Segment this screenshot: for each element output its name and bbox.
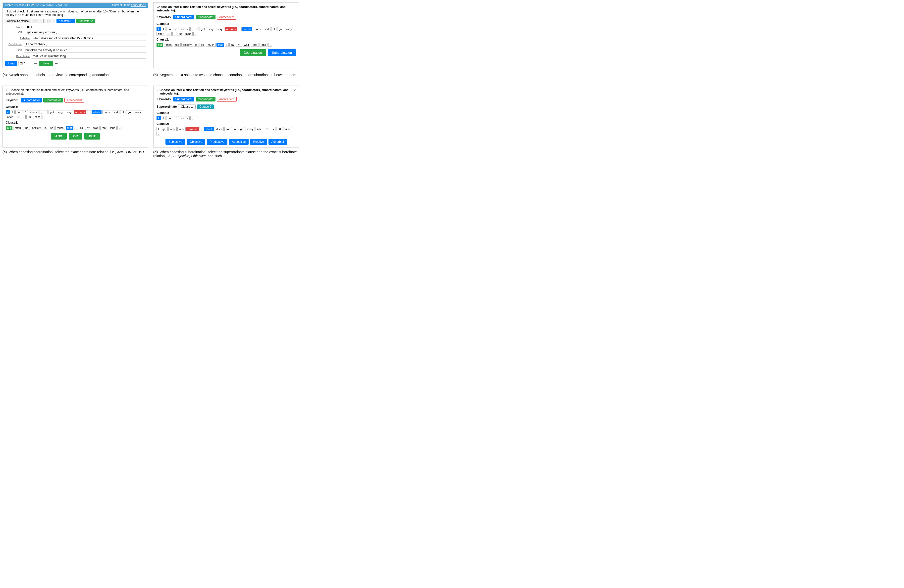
token-i-b1[interactable]: I (162, 27, 166, 31)
adverbial-button[interactable]: Adverbial (269, 139, 287, 145)
and-button[interactable]: AND (51, 133, 67, 140)
save-button[interactable]: Save (39, 61, 53, 66)
token-that-b[interactable]: that (217, 43, 224, 47)
token-often-c[interactable]: often (13, 126, 22, 130)
token-comma-c3[interactable]: , (43, 115, 46, 119)
coordinator-btn-d[interactable]: Coordinator (196, 97, 215, 101)
token-30-d[interactable]: 30 (276, 127, 282, 131)
token-period-c[interactable]: . (117, 126, 121, 130)
token-30-b[interactable]: 30 (177, 32, 183, 36)
token-anxious-c[interactable]: anxious (74, 110, 86, 114)
token-15-d[interactable]: 15 (265, 127, 271, 131)
token-much-b[interactable]: much (206, 43, 216, 47)
token-check-c[interactable]: check (28, 110, 39, 114)
token-ca-b[interactable]: ca (229, 43, 235, 47)
coordinator-btn-c[interactable]: Coordinator (43, 98, 63, 102)
antecedent-btn-b[interactable]: Antecedent (217, 15, 237, 20)
token-very1-d[interactable]: very (169, 127, 177, 131)
token-dash-c[interactable]: - (22, 115, 25, 119)
token-dash-d[interactable]: - (272, 127, 276, 131)
token-so-c[interactable]: so (49, 126, 55, 130)
token-comma-d3[interactable]: , (156, 132, 160, 136)
token-comma-c2[interactable]: , (87, 110, 91, 114)
antecedent-btn-c[interactable]: Antecedent (65, 98, 84, 103)
subordinator-btn-d[interactable]: Subordinator (173, 97, 194, 101)
tree-input-op2[interactable] (24, 48, 146, 53)
token-mins-b[interactable]: mins (184, 32, 193, 36)
token-comma-d[interactable]: , (190, 116, 194, 120)
token-get-b[interactable]: get (199, 27, 206, 31)
token-nt-c1[interactable]: n't (22, 110, 28, 114)
token-wait-c[interactable]: wait (92, 126, 100, 130)
token-but-b[interactable]: but (156, 43, 163, 47)
token-sort-b[interactable]: sort (263, 27, 270, 31)
token-i-c3[interactable]: I (74, 126, 78, 130)
jump-button[interactable]: Jump (5, 61, 17, 66)
nav-next[interactable]: → (54, 61, 58, 66)
token-sort-d[interactable]: sort (224, 127, 232, 131)
subordinator-btn-b[interactable]: Subordinator (173, 15, 194, 19)
token-nt-d[interactable]: n't (173, 116, 179, 120)
subordination-button[interactable]: Subordination (268, 49, 296, 56)
token-anxious-b[interactable]: anxious (225, 27, 237, 31)
clause1-select-btn[interactable]: Clause 1 (178, 104, 195, 109)
jump-input[interactable] (18, 61, 32, 66)
token-which-c[interactable]: which (92, 110, 101, 114)
or-button[interactable]: OR (69, 133, 82, 140)
token-much-c[interactable]: much (55, 126, 65, 130)
token-mins-c[interactable]: mins (33, 115, 42, 119)
token-which-d[interactable]: which (204, 127, 214, 131)
token-after-b[interactable]: after (156, 32, 165, 36)
token-comma-b3[interactable]: , (193, 32, 197, 36)
token-does-d[interactable]: does (215, 127, 224, 131)
token-get-d[interactable]: get (161, 127, 168, 131)
token-anxiety-c[interactable]: anxiety (31, 126, 42, 130)
token-that2-c[interactable]: that (100, 126, 108, 130)
token-the-c[interactable]: the (23, 126, 30, 130)
back-icon-c[interactable]: ← (6, 88, 9, 92)
tree-input-op1[interactable] (24, 30, 146, 35)
token-i-d1[interactable]: I (162, 116, 166, 120)
token-do-d[interactable]: do (166, 116, 172, 120)
nav-prev[interactable]: ← (33, 61, 38, 66)
token-anxiety-b[interactable]: anxiety (182, 43, 193, 47)
token-does-c[interactable]: does (102, 110, 111, 114)
token-get-c[interactable]: get (49, 110, 55, 114)
antecedent-btn-d[interactable]: Antecedent (217, 97, 237, 102)
token-long-c[interactable]: long (109, 126, 117, 130)
token-go-b[interactable]: go (277, 27, 283, 31)
back-arrow-d[interactable]: ← (156, 88, 160, 92)
token-mins-d[interactable]: mins (283, 127, 292, 131)
token-go-d[interactable]: go (239, 127, 245, 131)
appositive-button[interactable]: Appositive (229, 139, 248, 145)
token-comma-d2[interactable]: , (199, 127, 203, 131)
token-go-c[interactable]: go (126, 110, 132, 114)
token-of-b[interactable]: of (271, 27, 277, 31)
token-15-b[interactable]: 15 (166, 32, 172, 36)
tree-input-relative[interactable] (31, 36, 146, 41)
coordinator-btn-b[interactable]: Coordinator (196, 15, 215, 19)
token-away-b[interactable]: away (284, 27, 293, 31)
token-so-b[interactable]: so (199, 43, 205, 47)
token-i-b2[interactable]: I (195, 27, 199, 31)
token-of-c[interactable]: of (120, 110, 125, 114)
token-that-c[interactable]: that (66, 126, 73, 130)
token-do-c[interactable]: do (16, 110, 21, 114)
token-i-d2[interactable]: I (156, 127, 160, 131)
token-which-b[interactable]: which (242, 27, 252, 31)
token-i-c1[interactable]: I (11, 110, 15, 114)
tab-sdpt[interactable]: SDPT (43, 19, 55, 23)
token-is-b[interactable]: is (194, 43, 199, 47)
token-15-c[interactable]: 15 (15, 115, 21, 119)
token-nt-b1[interactable]: n't (173, 27, 179, 31)
clause2-select-btn[interactable]: Clause 2 (197, 104, 214, 109)
token-if-b[interactable]: If (156, 27, 161, 31)
predicative-button[interactable]: Predicative (207, 139, 228, 145)
token-that2-b[interactable]: that (251, 43, 259, 47)
token-does-b[interactable]: does (253, 27, 262, 31)
token-30-c[interactable]: 30 (26, 115, 32, 119)
token-do-b[interactable]: do (166, 27, 172, 31)
token-sort-c[interactable]: sort (112, 110, 119, 114)
token-check-d[interactable]: check (180, 116, 190, 120)
token-comma-c1[interactable]: , (40, 110, 43, 114)
